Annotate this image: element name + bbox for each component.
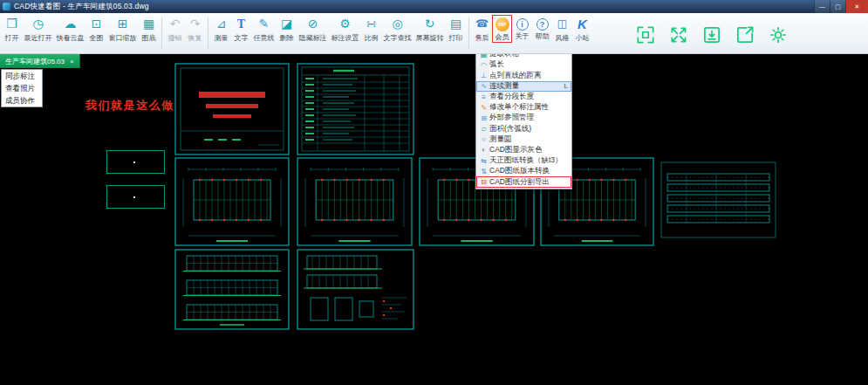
mini-menu-item-label: 同步标注 xyxy=(5,72,35,80)
menu-item-label: 点到直线的距离 xyxy=(489,71,542,81)
toolbar-separator xyxy=(468,17,469,49)
toolbar-button-label: 打开 xyxy=(5,33,19,43)
toolbar-icon: ⊞ xyxy=(116,16,130,32)
menu-item-label: 测量圆 xyxy=(489,134,512,145)
cad-drawing-cover-sheet[interactable] xyxy=(174,63,290,155)
toolbar-button[interactable]: ↻ 屏幕旋转 xyxy=(413,15,446,44)
toolbar-icon: ◎ xyxy=(391,16,405,32)
settings-icon[interactable] xyxy=(766,23,789,46)
toolbar-icon: ☎ xyxy=(475,16,489,32)
toolbar-icon: ◫ xyxy=(556,16,570,32)
cad-drawing-floor-plan-2[interactable] xyxy=(297,157,413,246)
toolbar-icon: ❒ xyxy=(5,16,19,32)
qr-scan-icon[interactable] xyxy=(633,23,657,46)
vip-menu-item[interactable]: ◐ CAD图显示灰色 xyxy=(476,145,571,155)
title-bar: CAD快速看图 - 生产车间建筑05.03.dwg — ▢ ✕ xyxy=(0,0,868,13)
toolbar-button[interactable]: ▦ 图底 xyxy=(139,15,159,44)
minimize-button[interactable]: — xyxy=(814,0,830,13)
menu-item-icon: ≡ xyxy=(478,93,489,101)
toolbar-button[interactable]: ⚙ 标注设置 xyxy=(329,15,361,44)
cad-drawing-strip-elevation[interactable] xyxy=(660,162,776,238)
toolbar-button[interactable]: ◪ 删除 xyxy=(277,15,297,44)
vip-menu-item[interactable]: ⊥ 点到直线的距离 xyxy=(476,71,571,81)
toolbar-button[interactable]: ❒ 打开 xyxy=(2,15,22,44)
cad-drawing-table-sheet[interactable] xyxy=(297,63,414,155)
toolbar-button[interactable]: ▤ 打印 xyxy=(446,15,466,44)
toolbar-button[interactable]: ↷ 恢复 xyxy=(185,15,205,44)
toolbar-button[interactable]: ◷ 最近打开 xyxy=(22,15,54,44)
fullscreen-icon[interactable] xyxy=(666,23,690,46)
app-logo-icon xyxy=(3,3,10,10)
canvas-slogan-text: 我们就是这么做的 xyxy=(85,98,187,113)
mini-menu-item[interactable]: 查看照片 xyxy=(2,82,42,94)
close-button[interactable]: ✕ xyxy=(845,0,868,13)
toolbar-button[interactable]: ☎ 售后 xyxy=(472,15,492,44)
vip-menu-item[interactable]: ⇅ CAD图纸版本转换 xyxy=(476,166,571,176)
toolbar-icon: i xyxy=(516,18,529,31)
mini-menu-item[interactable]: 成员协作 xyxy=(2,94,42,107)
toolbar-button[interactable]: ⊞ 窗口缩放 xyxy=(106,15,139,44)
cad-drawing-elevation-sheet[interactable] xyxy=(174,249,290,330)
vip-menu-item[interactable]: ▱ 面积(含弧线) xyxy=(476,124,571,134)
toolbar-icon: ▤ xyxy=(449,16,463,32)
toolbar-separator xyxy=(208,17,208,49)
toolbar-button[interactable]: ◫ 风格 xyxy=(552,15,572,44)
toolbar-button[interactable]: ✎ 任意线 xyxy=(251,15,277,44)
toolbar-icon: K xyxy=(576,16,590,32)
toolbar-icon: T xyxy=(235,16,249,32)
window-controls: — ▢ ✕ xyxy=(814,0,868,13)
toolbar-button[interactable]: ↶ 撤销 xyxy=(165,15,185,44)
vip-menu-item[interactable]: ○ 测量圆 xyxy=(476,134,571,145)
menu-item-label: CAD图纸版本转换 xyxy=(489,166,550,176)
toolbar-button[interactable]: ∺ 比例 xyxy=(361,15,381,44)
vip-menu-item[interactable]: ⇆ 天正图纸转换（缺t3） xyxy=(476,155,571,166)
save-icon[interactable] xyxy=(700,23,723,46)
toolbar-button-label: 会员 xyxy=(496,32,509,42)
toolbar-icon: ⊡ xyxy=(90,16,104,32)
vip-menu-item[interactable]: ◠ 弧长 xyxy=(476,59,571,70)
mini-menu-item[interactable]: 同步标注 xyxy=(2,70,42,82)
menu-item-label: CAD图纸分割导出 xyxy=(489,177,550,188)
drawing-canvas[interactable]: 我们就是这么做的 xyxy=(0,54,868,385)
cad-drawing-floor-plan-1[interactable] xyxy=(174,157,290,246)
toolbar-button[interactable]: ⊡ 全图 xyxy=(86,15,106,44)
toolbar-icon: ⊿ xyxy=(215,16,229,32)
vip-menu-item[interactable]: ≡ 查看分段长度 xyxy=(476,92,571,102)
vip-menu-item[interactable]: ⊞ 外部参照管理 xyxy=(476,113,571,123)
toolbar-button-label: 图底 xyxy=(142,33,156,43)
toolbar-button[interactable]: i 关于 xyxy=(512,15,532,42)
menu-item-label: 修改单个标注属性 xyxy=(489,102,549,113)
toolbar-button[interactable]: ⊿ 测量 xyxy=(211,15,231,44)
cad-drawing-detail-sheet[interactable] xyxy=(297,249,414,330)
app-window: CAD快速看图 - 生产车间建筑05.03.dwg — ▢ ✕ ❒ 打开 ◷ 最… xyxy=(0,0,868,385)
toolbar-button[interactable]: VIP 会员 xyxy=(492,15,512,43)
toolbar-button[interactable]: ☁ 快看云盘 xyxy=(54,15,86,44)
vip-menu-item[interactable]: ✎ 修改单个标注属性 xyxy=(476,102,571,113)
toolbar-button-label: 删除 xyxy=(280,33,294,43)
toolbar-button-label: 全图 xyxy=(90,33,104,43)
vip-menu-item[interactable]: ∿ 连续测量 L xyxy=(476,81,571,92)
vip-menu-item[interactable]: ⊟ CAD图纸分割导出 xyxy=(476,176,571,187)
toolbar-icon: ▦ xyxy=(142,16,156,32)
toolbar-button-label: 关于 xyxy=(516,31,530,41)
menu-item-icon: ⇆ xyxy=(478,157,489,165)
toolbar-button[interactable]: ? 帮助 xyxy=(532,15,552,42)
toolbar-button-label: 测量 xyxy=(215,33,229,43)
toolbar-button-label: 打印 xyxy=(449,33,463,43)
toolbar-button[interactable]: K 小站 xyxy=(572,15,592,44)
toolbar-button[interactable]: T 文字 xyxy=(231,15,251,44)
tab-close-icon[interactable]: × xyxy=(70,58,74,65)
maximize-button[interactable]: ▢ xyxy=(830,0,845,13)
toolbar-button[interactable]: ⊘ 隐藏标注 xyxy=(297,15,329,44)
vip-dropdown-menu: T 提取文字 ▦ 提取表格 ◠ 弧长 ⊥ 点到直线的距离 ∿ 连续测量 L ≡ xyxy=(475,37,572,189)
toolbar-icon: ☁ xyxy=(64,16,78,32)
toolbar-button-label: 比例 xyxy=(365,33,379,43)
export-icon[interactable] xyxy=(733,23,756,46)
toolbar-button[interactable]: ◎ 文字查找 xyxy=(381,15,413,44)
toolbar-icon: ◷ xyxy=(31,16,45,32)
tab-document[interactable]: 生产车间建筑05.03 × xyxy=(0,54,80,68)
toolbar-icon: ↻ xyxy=(423,16,437,32)
menu-item-icon: ▱ xyxy=(478,125,489,133)
context-mini-menu: 同步标注 查看照片 成员协作 xyxy=(1,69,43,107)
toolbar-button-label: 恢复 xyxy=(188,33,202,43)
